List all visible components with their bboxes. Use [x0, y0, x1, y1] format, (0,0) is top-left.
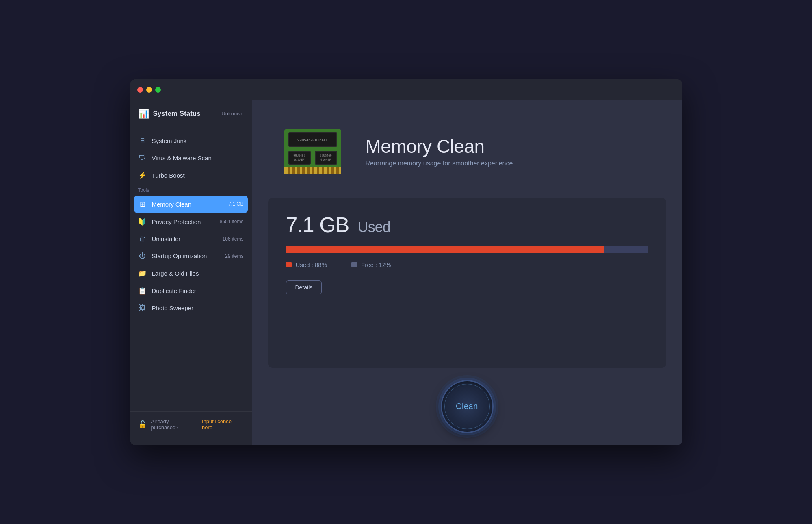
legend-used-label: Used : 88% [296, 261, 327, 268]
svg-text:99U5469-016AEF: 99U5469-016AEF [297, 138, 328, 142]
license-link[interactable]: Input license here [202, 418, 244, 431]
sidebar-badge-startup-optimization: 29 items [225, 253, 243, 259]
main-top: 99U5469-016AEF 99U5469 016AEF 99U5469 01… [252, 100, 682, 198]
sidebar-item-duplicate-finder[interactable]: 📋 Duplicate Finder [130, 282, 252, 300]
sidebar-header: 📊 System Status Unknown [130, 100, 252, 126]
sidebar-label-memory-clean: Memory Clean [152, 201, 224, 208]
main-title-area: Memory Clean Rearrange memory usage for … [366, 135, 515, 167]
sidebar-label-turbo-boost: Turbo Boost [152, 172, 244, 179]
lock-icon: 🔓 [138, 420, 147, 429]
sidebar-item-photo-sweeper[interactable]: 🖼 Photo Sweeper [130, 300, 252, 317]
clean-button[interactable]: Clean [441, 380, 494, 433]
traffic-lights [137, 87, 161, 93]
sidebar-footer: 🔓 Already purchased? Input license here [130, 411, 252, 437]
privacy-protection-icon: 🔰 [138, 217, 147, 226]
legend-free: Free : 12% [351, 261, 391, 268]
svg-rect-10 [327, 167, 329, 174]
app-window: 📊 System Status Unknown 🖥 System Junk 🛡 … [130, 79, 682, 445]
svg-rect-5 [302, 167, 305, 174]
svg-rect-2 [288, 167, 290, 174]
virus-malware-icon: 🛡 [138, 154, 147, 162]
sidebar-label-system-junk: System Junk [152, 137, 244, 144]
sidebar-item-virus-malware[interactable]: 🛡 Virus & Malware Scan [130, 150, 252, 167]
legend-dot-free [351, 262, 357, 267]
sidebar-label-privacy-protection: Privacy Protection [152, 218, 215, 225]
large-old-files-icon: 📁 [138, 269, 147, 278]
sidebar-header-left: 📊 System Status [138, 109, 201, 119]
clean-button-area: Clean [252, 368, 682, 445]
svg-rect-7 [312, 167, 314, 174]
progress-legend: Used : 88% Free : 12% [286, 261, 648, 268]
svg-rect-21 [316, 152, 336, 164]
details-button[interactable]: Details [286, 280, 322, 294]
sidebar-label-duplicate-finder: Duplicate Finder [152, 287, 244, 294]
progress-bar-fill [286, 246, 605, 253]
feature-subtitle: Rearrange memory usage for smoother expe… [366, 160, 515, 167]
duplicate-finder-icon: 📋 [138, 287, 147, 295]
status-badge: Unknown [221, 111, 243, 117]
svg-rect-8 [317, 167, 319, 174]
progress-bar-container [286, 246, 648, 253]
feature-title: Memory Clean [366, 135, 515, 157]
svg-rect-9 [322, 167, 324, 174]
legend-free-label: Free : 12% [361, 261, 391, 268]
used-text: Used [358, 219, 390, 235]
svg-text:99U5469: 99U5469 [293, 154, 305, 157]
clean-button-label: Clean [456, 402, 478, 411]
system-junk-icon: 🖥 [138, 137, 147, 145]
sidebar-item-uninstaller[interactable]: 🗑 Uninstaller 106 items [130, 230, 252, 248]
photo-sweeper-icon: 🖼 [138, 304, 147, 312]
svg-rect-11 [331, 167, 334, 174]
minimize-button[interactable] [146, 87, 152, 93]
main-content: 99U5469-016AEF 99U5469 016AEF 99U5469 01… [252, 100, 682, 445]
titlebar [130, 79, 682, 100]
sidebar-label-large-old-files: Large & Old Files [152, 270, 244, 277]
memory-clean-icon: ⊞ [138, 200, 147, 209]
sidebar-label-photo-sweeper: Photo Sweeper [152, 304, 244, 311]
sidebar-item-memory-clean[interactable]: ⊞ Memory Clean 7.1 GB [134, 196, 248, 213]
svg-text:016AEF: 016AEF [320, 158, 331, 161]
sidebar-item-turbo-boost[interactable]: ⚡ Turbo Boost [130, 167, 252, 184]
system-status-icon: 📊 [138, 109, 149, 119]
tools-section-label: Tools [130, 184, 252, 196]
svg-text:99U5469: 99U5469 [320, 154, 332, 157]
svg-rect-4 [297, 167, 300, 174]
turbo-boost-icon: ⚡ [138, 171, 147, 180]
maximize-button[interactable] [155, 87, 161, 93]
stats-section: 7.1 GB Used Used : 88% Free : 12% [268, 198, 666, 368]
startup-optimization-icon: ⏻ [138, 252, 147, 260]
footer-text: Already purchased? [151, 418, 198, 431]
sidebar-item-startup-optimization[interactable]: ⏻ Startup Optimization 29 items [130, 248, 252, 265]
sidebar-label-uninstaller: Uninstaller [152, 235, 218, 242]
sidebar: 📊 System Status Unknown 🖥 System Junk 🛡 … [130, 100, 252, 445]
memory-value: 7.1 GB [286, 213, 349, 237]
svg-rect-12 [336, 167, 339, 174]
ram-chip-illustration: 99U5469-016AEF 99U5469 016AEF 99U5469 01… [280, 121, 345, 182]
sidebar-badge-memory-clean: 7.1 GB [228, 201, 243, 207]
svg-rect-17 [289, 152, 310, 164]
sidebar-item-system-junk[interactable]: 🖥 System Junk [130, 133, 252, 150]
sidebar-badge-privacy-protection: 8651 items [220, 219, 244, 224]
sidebar-label-startup-optimization: Startup Optimization [152, 252, 221, 259]
sidebar-title: System Status [153, 110, 201, 118]
sidebar-item-large-old-files[interactable]: 📁 Large & Old Files [130, 265, 252, 282]
legend-used: Used : 88% [286, 261, 327, 268]
sidebar-item-privacy-protection[interactable]: 🔰 Privacy Protection 8651 items [130, 213, 252, 230]
close-button[interactable] [137, 87, 143, 93]
svg-rect-6 [307, 167, 310, 174]
sidebar-label-virus-malware: Virus & Malware Scan [152, 154, 244, 161]
svg-text:016AEF: 016AEF [294, 158, 304, 161]
uninstaller-icon: 🗑 [138, 235, 147, 243]
legend-dot-used [286, 262, 292, 267]
memory-usage-display: 7.1 GB Used [286, 213, 648, 237]
svg-rect-3 [292, 167, 295, 174]
sidebar-badge-uninstaller: 106 items [222, 236, 243, 242]
app-body: 📊 System Status Unknown 🖥 System Junk 🛡 … [130, 100, 682, 445]
